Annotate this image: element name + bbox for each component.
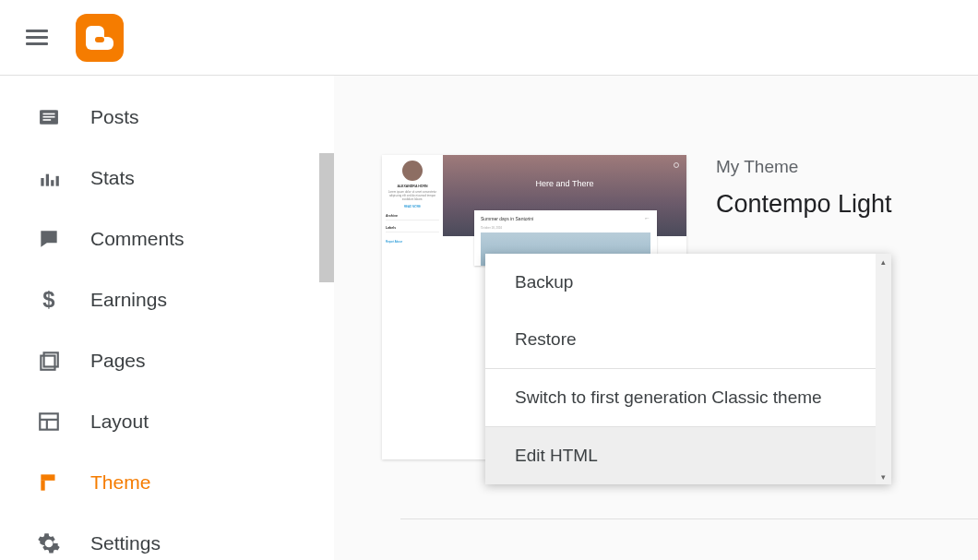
menu-toggle-button[interactable] [26,24,48,51]
sidebar-item-label: Settings [90,532,161,554]
sidebar-item-label: Layout [90,411,149,433]
theme-icon [37,471,61,494]
sidebar-item-label: Earnings [90,289,167,311]
svg-rect-11 [40,413,58,429]
svg-rect-15 [41,481,44,491]
preview-post-title: Summer days in Santorini [481,216,533,221]
menu-item-edit-html[interactable]: Edit HTML [485,427,891,484]
preview-back-icon: ← [644,215,650,221]
theme-section-label: My Theme [716,157,892,177]
menu-item-switch-classic[interactable]: Switch to first generation Classic theme [485,369,891,426]
sidebar-item-layout[interactable]: Layout [0,391,334,452]
sidebar-item-settings[interactable]: Settings [0,513,334,560]
svg-rect-5 [46,174,49,186]
content-divider [400,518,978,519]
menu-scroll-up[interactable]: ▴ [876,254,891,269]
theme-actions-menu: ▴ Backup Restore Switch to first generat… [485,254,891,484]
pages-icon [37,349,61,373]
svg-rect-7 [56,176,59,186]
menu-scroll-down[interactable]: ▾ [876,469,891,484]
svg-rect-1 [43,113,55,115]
theme-name: Contempo Light [716,190,892,219]
preview-blog-title: Here and There [443,155,686,188]
preview-avatar [402,161,423,181]
preview-author: ALEXANDRA HORN [386,185,439,188]
svg-text:$: $ [42,288,54,312]
svg-rect-6 [51,180,54,186]
header [0,0,978,76]
sidebar-item-label: Pages [90,350,146,372]
blogger-logo[interactable] [76,14,124,62]
stats-icon [37,166,61,190]
posts-icon [37,105,61,129]
earnings-icon: $ [37,288,61,312]
sidebar-item-label: Comments [90,228,185,250]
sidebar-scrollbar[interactable] [319,153,334,282]
layout-icon [37,410,61,434]
theme-info: My Theme Contempo Light [716,155,892,219]
preview-search-icon [674,162,679,168]
sidebar-item-stats[interactable]: Stats [0,148,334,209]
sidebar-item-theme[interactable]: Theme [0,452,334,513]
preview-sidebar: ALEXANDRA HORN Lorem ipsum dolor sit ame… [382,155,443,459]
sidebar-item-comments[interactable]: Comments [0,209,334,269]
menu-item-backup[interactable]: Backup [485,254,891,311]
sidebar-item-label: Stats [90,167,135,189]
menu-scrollbar-track[interactable] [876,254,891,484]
preview-post-date: October 18, 2016 [474,226,657,232]
sidebar-item-earnings[interactable]: $ Earnings [0,269,334,330]
sidebar-item-label: Theme [90,471,150,494]
comments-icon [37,227,61,251]
menu-item-restore[interactable]: Restore [485,311,891,368]
svg-rect-2 [43,116,55,118]
sidebar-item-label: Posts [90,106,139,128]
svg-rect-3 [43,119,52,121]
sidebar-item-posts[interactable]: Posts [0,87,334,148]
sidebar-nav: Posts Stats Comments $ Earnings Pages [0,76,334,560]
sidebar-item-pages[interactable]: Pages [0,330,334,391]
svg-rect-14 [41,474,54,481]
svg-rect-4 [41,178,43,186]
settings-icon [37,531,61,555]
